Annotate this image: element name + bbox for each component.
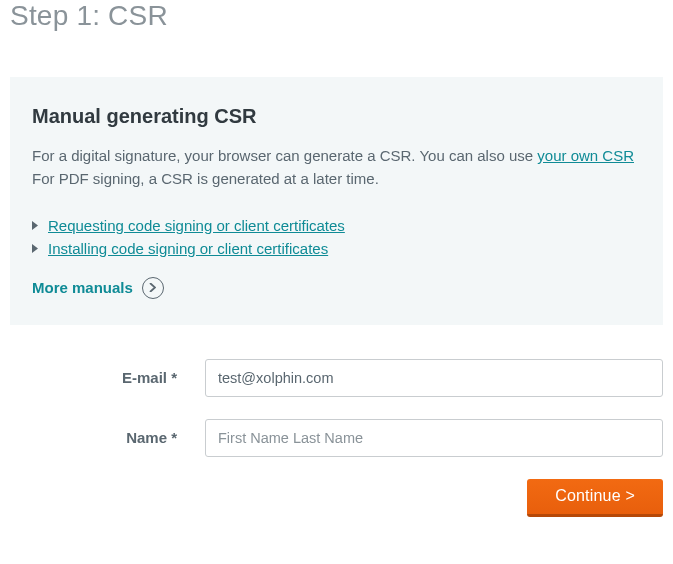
- chevron-right-icon: [32, 221, 39, 230]
- info-box: Manual generating CSR For a digital sign…: [10, 77, 663, 325]
- continue-button[interactable]: Continue >: [527, 479, 663, 517]
- info-box-text: For a digital signature, your browser ca…: [32, 144, 641, 191]
- installing-certificates-link[interactable]: Installing code signing or client certif…: [48, 240, 328, 257]
- more-manuals-link[interactable]: More manuals: [32, 277, 164, 299]
- form: E-mail * Name * Continue >: [0, 345, 673, 527]
- info-text-part1: For a digital signature, your browser ca…: [32, 147, 537, 164]
- name-row: Name *: [10, 419, 663, 457]
- circle-arrow-icon: [142, 277, 164, 299]
- email-field[interactable]: [205, 359, 663, 397]
- name-field[interactable]: [205, 419, 663, 457]
- email-label: E-mail *: [10, 369, 205, 386]
- chevron-right-icon: [32, 244, 39, 253]
- button-row: Continue >: [10, 479, 663, 517]
- email-row: E-mail *: [10, 359, 663, 397]
- own-csr-link[interactable]: your own CSR: [537, 147, 634, 164]
- more-manuals-label: More manuals: [32, 279, 133, 296]
- info-box-heading: Manual generating CSR: [32, 105, 641, 128]
- name-label: Name *: [10, 429, 205, 446]
- help-links-list: Requesting code signing or client certif…: [32, 217, 641, 257]
- list-item: Installing code signing or client certif…: [32, 240, 641, 257]
- requesting-certificates-link[interactable]: Requesting code signing or client certif…: [48, 217, 345, 234]
- page-title: Step 1: CSR: [0, 0, 673, 52]
- info-text-part2: For PDF signing, a CSR is generated at a…: [32, 170, 379, 187]
- list-item: Requesting code signing or client certif…: [32, 217, 641, 234]
